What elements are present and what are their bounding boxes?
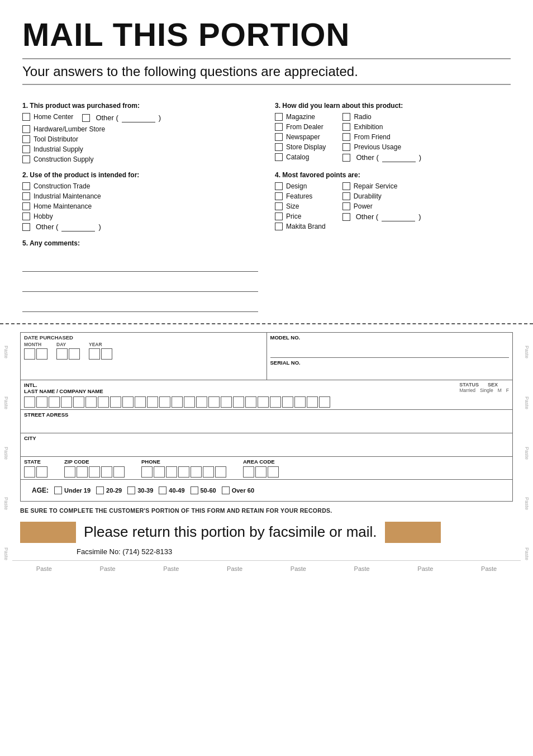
state-2[interactable] bbox=[36, 466, 47, 478]
name-box-20[interactable] bbox=[258, 396, 269, 408]
q2-other-checkbox[interactable] bbox=[22, 223, 30, 231]
area-2[interactable] bbox=[255, 466, 266, 478]
q4-size[interactable]: Size bbox=[275, 202, 326, 210]
q2-construction-trade[interactable]: Construction Trade bbox=[22, 182, 258, 190]
name-box-19[interactable] bbox=[245, 396, 256, 408]
name-box-9[interactable] bbox=[122, 396, 134, 408]
q3-prev-usage[interactable]: Previous Usage bbox=[342, 143, 421, 151]
phone-5[interactable] bbox=[191, 466, 202, 478]
day-box-1[interactable] bbox=[56, 348, 68, 360]
q2-ct-checkbox[interactable] bbox=[22, 182, 30, 190]
zip-3[interactable] bbox=[89, 466, 100, 478]
name-box-8[interactable] bbox=[110, 396, 121, 408]
age-40-49[interactable]: 40-49 bbox=[159, 486, 184, 494]
q3-from-dealer[interactable]: From Dealer bbox=[275, 123, 326, 131]
comment-line-3[interactable] bbox=[22, 296, 258, 312]
q1-other-checkbox[interactable] bbox=[82, 114, 90, 122]
year-box-1[interactable] bbox=[89, 348, 100, 360]
q4-design[interactable]: Design bbox=[275, 182, 326, 190]
q2-hobby-checkbox[interactable] bbox=[22, 212, 30, 220]
name-box-16[interactable] bbox=[208, 396, 220, 408]
phone-2[interactable] bbox=[154, 466, 165, 478]
q3-newspaper[interactable]: Newspaper bbox=[275, 133, 326, 141]
sex-m-box[interactable] bbox=[307, 396, 318, 408]
q1-home-center-checkbox[interactable] bbox=[22, 113, 30, 121]
q4-price[interactable]: Price bbox=[275, 212, 326, 220]
name-box-4[interactable] bbox=[61, 396, 72, 408]
q3-exhibition[interactable]: Exhibition bbox=[342, 123, 421, 131]
q1-other-input[interactable] bbox=[122, 114, 155, 122]
age-20-29[interactable]: 20-29 bbox=[96, 486, 122, 494]
q4-durability[interactable]: Durability bbox=[342, 192, 421, 200]
name-box-10[interactable] bbox=[135, 396, 146, 408]
zip-5[interactable] bbox=[113, 466, 125, 478]
q1-construction-supply[interactable]: Construction Supply bbox=[22, 155, 258, 163]
day-box-2[interactable] bbox=[69, 348, 80, 360]
q4-power[interactable]: Power bbox=[342, 202, 421, 210]
name-box-23[interactable] bbox=[294, 396, 306, 408]
q2-im-checkbox[interactable] bbox=[22, 192, 30, 200]
name-box-18[interactable] bbox=[233, 396, 244, 408]
age-50-60[interactable]: 50-60 bbox=[191, 486, 216, 494]
q2-hobby[interactable]: Hobby bbox=[22, 212, 258, 220]
q3-other-checkbox[interactable] bbox=[342, 154, 350, 162]
year-box-2[interactable] bbox=[101, 348, 112, 360]
name-box-21[interactable] bbox=[270, 396, 281, 408]
q2-industrial-maint[interactable]: Industrial Maintenance bbox=[22, 192, 258, 200]
name-box-5[interactable] bbox=[73, 396, 84, 408]
name-box-22[interactable] bbox=[282, 396, 293, 408]
name-box-2[interactable] bbox=[36, 396, 47, 408]
q2-home-maint[interactable]: Home Maintenance bbox=[22, 202, 258, 210]
q3-other-input[interactable] bbox=[382, 153, 416, 162]
age-30-39[interactable]: 30-39 bbox=[127, 486, 153, 494]
name-box-7[interactable] bbox=[98, 396, 109, 408]
zip-2[interactable] bbox=[77, 466, 88, 478]
q4-features[interactable]: Features bbox=[275, 192, 326, 200]
name-box-6[interactable] bbox=[85, 396, 97, 408]
q1-industrial-checkbox[interactable] bbox=[22, 145, 30, 153]
q3-radio[interactable]: Radio bbox=[342, 113, 421, 121]
q1-tool-checkbox[interactable] bbox=[22, 135, 30, 143]
age-under19[interactable]: Under 19 bbox=[54, 486, 91, 494]
month-box-1[interactable] bbox=[24, 348, 35, 360]
phone-7[interactable] bbox=[215, 466, 226, 478]
name-box-12[interactable] bbox=[159, 396, 170, 408]
name-box-14[interactable] bbox=[184, 396, 195, 408]
q3-magazine[interactable]: Magazine bbox=[275, 113, 326, 121]
name-box-15[interactable] bbox=[196, 396, 207, 408]
area-1[interactable] bbox=[243, 466, 254, 478]
q1-hardware-lumber[interactable]: Hardware/Lumber Store bbox=[22, 125, 258, 133]
q1-construction-checkbox[interactable] bbox=[22, 155, 30, 163]
q4-makita-brand[interactable]: Makita Brand bbox=[275, 223, 326, 230]
zip-4[interactable] bbox=[101, 466, 112, 478]
q2-other-input[interactable] bbox=[61, 223, 95, 231]
name-box-11[interactable] bbox=[147, 396, 158, 408]
age-over60[interactable]: Over 60 bbox=[222, 486, 254, 494]
comment-line-1[interactable] bbox=[22, 256, 258, 272]
state-1[interactable] bbox=[24, 466, 35, 478]
month-box-2[interactable] bbox=[36, 348, 47, 360]
q3-catalog[interactable]: Catalog bbox=[275, 153, 326, 161]
phone-4[interactable] bbox=[178, 466, 189, 478]
q1-home-center[interactable]: Home Center bbox=[22, 113, 73, 121]
q3-store-display[interactable]: Store Display bbox=[275, 143, 326, 151]
sex-f-box[interactable] bbox=[319, 396, 330, 408]
name-box-17[interactable] bbox=[221, 396, 232, 408]
name-box-1[interactable] bbox=[24, 396, 35, 408]
q4-other-checkbox[interactable] bbox=[342, 213, 350, 221]
q4-repair-service[interactable]: Repair Service bbox=[342, 182, 421, 190]
q4-other-input[interactable] bbox=[382, 212, 415, 221]
q2-hm-checkbox[interactable] bbox=[22, 202, 30, 210]
phone-3[interactable] bbox=[166, 466, 177, 478]
area-3[interactable] bbox=[268, 466, 279, 478]
phone-1[interactable] bbox=[141, 466, 153, 478]
name-box-13[interactable] bbox=[172, 396, 183, 408]
q1-tool-distributor[interactable]: Tool Distributor bbox=[22, 135, 258, 143]
q3-from-friend[interactable]: From Friend bbox=[342, 133, 421, 141]
q1-industrial-supply[interactable]: Industrial Supply bbox=[22, 145, 258, 153]
comment-line-2[interactable] bbox=[22, 276, 258, 292]
name-box-3[interactable] bbox=[49, 396, 60, 408]
q1-hardware-checkbox[interactable] bbox=[22, 125, 30, 133]
phone-6[interactable] bbox=[203, 466, 214, 478]
zip-1[interactable] bbox=[64, 466, 75, 478]
